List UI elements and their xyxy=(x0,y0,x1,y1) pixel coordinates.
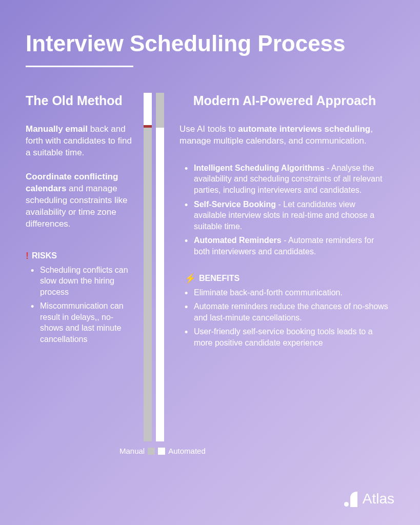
old-method-para1: Manually email back and forth with candi… xyxy=(26,124,133,159)
title-underline xyxy=(26,66,133,67)
bar-legend: Manual Automated xyxy=(119,447,206,455)
logo-dot-icon xyxy=(344,502,349,507)
list-item: Intelligent Scheduling Algorithms - Anal… xyxy=(194,163,390,196)
risks-list: Scheduling conflicts can slow down the h… xyxy=(26,265,133,345)
benefits-list: Eliminate back-and-forth communication. … xyxy=(179,287,390,349)
list-item: Eliminate back-and-forth communication. xyxy=(194,287,390,298)
page-title: Interview Scheduling Process xyxy=(26,31,394,56)
comparison-columns: The Old Method Manually email back and f… xyxy=(26,93,394,441)
risks-label: ! RISKS xyxy=(26,251,133,261)
logo-mark xyxy=(344,492,357,507)
list-item: Automated Reminders - Automate reminders… xyxy=(194,235,390,257)
para1-bold: Manually email xyxy=(26,124,88,134)
feature-bold: Automated Reminders xyxy=(194,236,282,245)
manual-legend-swatch xyxy=(148,448,155,455)
divider-bars xyxy=(138,93,169,441)
intro-pre: Use AI tools to xyxy=(179,124,238,134)
automated-legend-swatch xyxy=(158,448,165,455)
logo-text: Atlas xyxy=(363,491,394,507)
old-method-heading: The Old Method xyxy=(26,93,133,108)
list-item: Scheduling conflicts can slow down the h… xyxy=(40,265,133,298)
modern-heading: Modern AI-Powered Approach xyxy=(179,93,390,108)
list-item: Automate reminders reduce the chances of… xyxy=(194,301,390,323)
modern-approach-column: Modern AI-Powered Approach Use AI tools … xyxy=(169,93,390,441)
modern-intro: Use AI tools to automate interviews sche… xyxy=(179,124,390,147)
feature-bold: Self-Service Booking xyxy=(194,200,276,209)
benefits-label-text: BENEFITS xyxy=(199,274,239,283)
automated-bar xyxy=(156,93,164,441)
list-item: User-friendly self-service booking tools… xyxy=(194,326,390,348)
automated-legend-text: Automated xyxy=(168,447,206,455)
manual-legend-text: Manual xyxy=(119,447,145,455)
feature-bold: Intelligent Scheduling Algorithms xyxy=(194,164,325,172)
features-list: Intelligent Scheduling Algorithms - Anal… xyxy=(179,163,390,257)
atlas-logo: Atlas xyxy=(344,491,394,507)
list-item: Self-Service Booking - Let candidates vi… xyxy=(194,199,390,232)
intro-bold: automate interviews scheduling xyxy=(238,124,370,134)
risks-label-text: RISKS xyxy=(32,251,57,260)
old-method-column: The Old Method Manually email back and f… xyxy=(26,93,138,441)
exclamation-icon: ! xyxy=(26,251,29,261)
old-method-para2: Coordinate conflicting calendars and man… xyxy=(26,171,133,230)
benefits-label: ⚡ BENEFITS xyxy=(179,273,390,284)
logo-bar-icon xyxy=(350,492,357,507)
list-item: Miscommunication can result in delays,, … xyxy=(40,300,133,345)
manual-bar xyxy=(144,93,152,441)
bolt-icon: ⚡ xyxy=(185,273,196,284)
